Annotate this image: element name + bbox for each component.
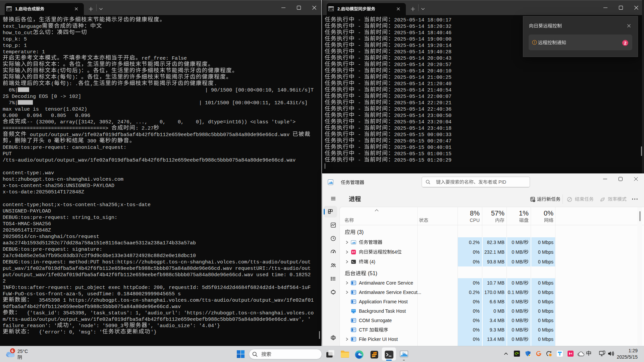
- svg-text:C:\: C:\: [329, 8, 333, 10]
- svg-text:C:\: C:\: [7, 8, 11, 10]
